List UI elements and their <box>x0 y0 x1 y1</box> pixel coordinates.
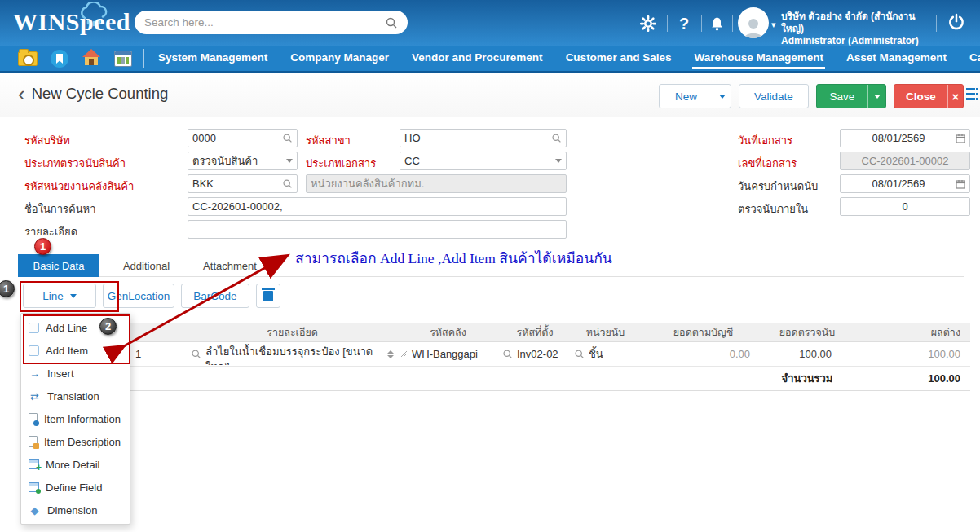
nav-menu: System Management Company Manager Vendor… <box>157 46 980 71</box>
menu-dimension[interactable]: ◆Dimension <box>21 499 130 521</box>
main-nav-bar: System Management Company Manager Vendor… <box>0 46 980 73</box>
line-caret-icon <box>70 294 77 298</box>
cell-description[interactable]: ลำไยในน้ำเชื่อมบรรจุกระป๋อง [ขนาดใหญ่] <box>188 344 397 365</box>
description-search-icon[interactable] <box>191 349 201 359</box>
total-value: 100.00 <box>848 372 970 385</box>
save-dropdown-caret-icon[interactable] <box>867 85 885 108</box>
cube-icon: ◆ <box>29 504 41 517</box>
notifications-bell-icon[interactable] <box>708 15 726 33</box>
company-code-field <box>188 129 298 147</box>
cell-unit[interactable]: ชิ้น <box>571 345 640 363</box>
new-dropdown-caret-icon[interactable] <box>713 85 731 108</box>
tab-attachment[interactable]: Attachment <box>193 254 267 277</box>
label-count-within: ตรวจนับภายใน <box>738 200 808 218</box>
branch-code-search-icon[interactable] <box>551 133 562 143</box>
app-logo: WINSpeed <box>13 8 130 36</box>
description-field <box>188 220 567 239</box>
col-qty-counted: ยอดตรวจนับ <box>766 324 848 341</box>
menu-item-description[interactable]: Item Description <box>21 430 130 453</box>
branch-code-input[interactable] <box>404 132 548 144</box>
winspeed-app-window: WINSpeed <box>0 0 980 532</box>
nav-warehouse-management[interactable]: Warehouse Management <box>692 46 825 70</box>
user-menu-chevron-down-icon[interactable]: ▾ <box>771 20 776 30</box>
nav-system-management[interactable]: System Management <box>157 46 269 70</box>
label-warehouse-code: รหัสหน่วยงานคลังสินค้า <box>24 178 134 195</box>
checkbox-icon <box>29 345 39 356</box>
nav-asset-management[interactable]: Asset Management <box>845 46 948 70</box>
menu-define-field[interactable]: Define Field <box>21 476 130 499</box>
menu-translation[interactable]: ⇄Translation <box>21 385 130 407</box>
genlocation-button[interactable]: GenLocation <box>103 284 174 308</box>
page-edit-icon <box>29 436 38 447</box>
label-doc-date: วันที่เอกสาร <box>738 132 792 149</box>
cell-location[interactable]: Inv02-02 <box>499 348 571 360</box>
save-button[interactable]: Save <box>816 84 886 108</box>
cell-warehouse[interactable]: WH-Banggapi <box>397 348 499 360</box>
warehouse-code-search-icon[interactable] <box>282 178 293 189</box>
nav-company-manager[interactable]: Company Manager <box>289 46 391 70</box>
search-input[interactable] <box>144 16 385 29</box>
new-button[interactable]: New <box>659 84 731 108</box>
location-search-icon[interactable] <box>502 349 513 359</box>
logout-power-icon[interactable] <box>947 13 965 31</box>
label-doc-type: ประเภทเอกสาร <box>306 155 376 172</box>
settings-gear-icon[interactable] <box>639 15 657 33</box>
close-x-icon[interactable]: × <box>947 85 963 108</box>
menu-more-detail[interactable]: More Detail <box>21 453 130 476</box>
line-dropdown-button[interactable]: Line <box>23 284 96 308</box>
page-info-icon <box>29 413 38 424</box>
tab-additional[interactable]: Additional <box>112 254 181 277</box>
label-count-type: ประเภทตรวจนับสินค้า <box>24 155 126 172</box>
menu-item-information[interactable]: Item Information <box>21 407 130 430</box>
row-spinner-icon[interactable] <box>387 350 394 358</box>
nav-vendor-procurement[interactable]: Vendor and Procurement <box>410 46 545 70</box>
col-unit: หน่วยนับ <box>571 324 640 341</box>
warehouse-name-field: หน่วยงานคลังสินค้ากทม. <box>306 174 567 193</box>
menu-insert[interactable]: →Insert <box>21 362 130 385</box>
search-name-input[interactable] <box>192 200 562 213</box>
recent-folder-icon[interactable] <box>18 51 38 66</box>
delete-row-button[interactable] <box>256 284 280 308</box>
count-type-select[interactable]: ตรวจนับสินค้า <box>188 152 298 170</box>
validate-button[interactable]: Validate <box>739 84 809 108</box>
due-date-input[interactable] <box>845 178 952 190</box>
warehouse-code-input[interactable] <box>192 178 279 190</box>
help-icon[interactable]: ? <box>675 15 693 33</box>
search-icon[interactable] <box>385 16 398 29</box>
window-menu-icon[interactable] <box>966 88 980 103</box>
user-info[interactable]: บริษัท ตัวอย่าง จำกัด (สำนักงานใหญ่) Adm… <box>781 11 936 47</box>
doc-type-select[interactable]: CC <box>400 152 567 170</box>
tab-basic-data[interactable]: Basic Data <box>18 254 99 277</box>
user-avatar[interactable] <box>738 7 769 38</box>
close-button[interactable]: Close × <box>894 84 964 108</box>
global-search <box>135 11 408 34</box>
unit-search-icon[interactable] <box>574 349 585 359</box>
due-date-calendar-icon[interactable] <box>956 179 965 189</box>
label-search-name: ชื่อในการค้นหา <box>24 200 95 218</box>
calendar-icon[interactable] <box>114 51 132 67</box>
bookmark-icon[interactable] <box>51 50 68 68</box>
company-name: บริษัท ตัวอย่าง จำกัด (สำนักงานใหญ่) <box>781 11 936 35</box>
description-input[interactable] <box>192 223 562 235</box>
grid-plus-icon <box>29 459 39 469</box>
annotation-badge-1-dark: 1 <box>0 280 15 297</box>
nav-divider <box>143 49 144 68</box>
cell-difference[interactable]: 100.00 <box>848 348 970 360</box>
count-within-input[interactable] <box>845 200 965 213</box>
company-code-input[interactable] <box>192 132 279 144</box>
nav-customer-sales[interactable]: Customer and Sales <box>564 46 673 70</box>
doc-date-input[interactable] <box>845 132 952 144</box>
company-code-search-icon[interactable] <box>282 133 293 143</box>
cell-qty-book[interactable]: 0.00 <box>640 348 766 360</box>
menu-add-item[interactable]: Add Item <box>21 339 130 362</box>
home-icon[interactable] <box>82 48 101 69</box>
insert-arrow-icon: → <box>29 367 41 380</box>
doc-date-calendar-icon[interactable] <box>956 134 965 143</box>
page-title: ‹ New Cycle Counting <box>18 85 168 103</box>
barcode-button[interactable]: BarCode <box>181 284 249 308</box>
back-chevron-icon[interactable]: ‹ <box>18 86 25 101</box>
nav-cash-management[interactable]: Cash Management <box>968 46 980 70</box>
cell-qty-counted[interactable]: 100.00 <box>766 348 848 360</box>
label-description: รายละเอียด <box>24 223 77 240</box>
table-row[interactable]: 1 ลำไยในน้ำเชื่อมบรรจุกระป๋อง [ขนาดใหญ่]… <box>24 342 970 367</box>
